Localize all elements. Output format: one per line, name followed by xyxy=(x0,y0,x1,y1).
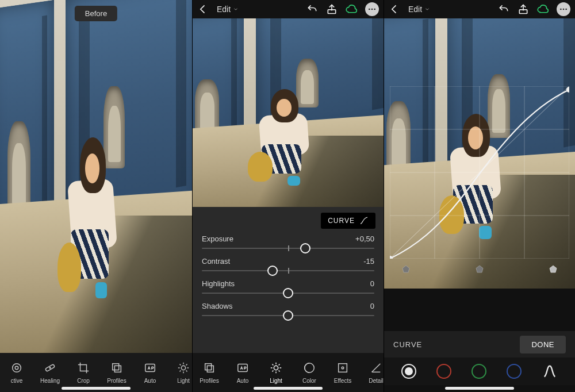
tool-crop[interactable]: Crop xyxy=(67,362,100,384)
slider-label: Contrast xyxy=(202,257,230,266)
curve-button-label: CURVE xyxy=(328,217,355,225)
svg-marker-40 xyxy=(550,266,557,272)
screen-before: Before ctiveHealingCropProfilesAutoLight… xyxy=(0,0,192,392)
channel-parametric[interactable] xyxy=(542,363,558,379)
channel-blue[interactable] xyxy=(507,364,522,379)
svg-rect-14 xyxy=(207,366,213,372)
svg-point-10 xyxy=(369,9,370,10)
svg-point-12 xyxy=(374,9,375,10)
svg-rect-4 xyxy=(113,363,119,370)
edit-menu[interactable]: Edit xyxy=(408,5,430,14)
svg-point-17 xyxy=(305,363,315,372)
screen-curve-editor: Edit xyxy=(384,0,575,392)
back-icon[interactable] xyxy=(389,3,400,15)
slider-value: -15 xyxy=(363,257,374,266)
tool-label: Detail xyxy=(369,378,384,384)
tool-label: Auto xyxy=(237,378,249,384)
cloud-sync-icon[interactable] xyxy=(537,3,549,15)
slider-highlights[interactable]: Highlights0 xyxy=(202,279,374,294)
tool-label: Color xyxy=(302,378,316,384)
slider-label: Highlights xyxy=(202,279,235,288)
tool-effects[interactable]: Effects xyxy=(326,362,359,384)
photo-preview[interactable] xyxy=(193,18,384,207)
slider-track[interactable] xyxy=(202,248,374,249)
curve-label: CURVE xyxy=(393,340,422,349)
curve-footer: CURVE DONE xyxy=(384,331,575,358)
tool-healing[interactable]: Healing xyxy=(33,362,67,384)
slider-label: Exposure xyxy=(202,235,233,243)
channel-green[interactable] xyxy=(471,364,486,379)
slider-label: Shadows xyxy=(202,302,232,310)
tool-profiles[interactable]: Profiles xyxy=(193,362,226,384)
slider-contrast[interactable]: Contrast-15 xyxy=(202,257,374,271)
curve-zone-handles[interactable] xyxy=(390,264,569,282)
tool-auto[interactable]: Auto xyxy=(133,362,167,384)
tool-auto[interactable]: Auto xyxy=(226,362,259,384)
home-indicator xyxy=(62,387,131,390)
tool-selective[interactable]: ctive xyxy=(0,362,33,384)
top-bar: Edit xyxy=(193,0,384,18)
home-indicator xyxy=(254,387,323,390)
slider-value: +0,50 xyxy=(355,235,374,243)
tool-label: Light xyxy=(270,378,282,384)
tool-light[interactable]: Light xyxy=(167,362,192,384)
tool-label: Auto xyxy=(144,378,156,384)
tool-label: Profiles xyxy=(107,378,126,384)
svg-point-23 xyxy=(563,9,565,10)
slider-exposure[interactable]: Exposure+0,50 xyxy=(202,235,374,249)
tool-label: Light xyxy=(177,378,190,384)
share-icon[interactable] xyxy=(518,3,529,15)
svg-marker-39 xyxy=(476,266,483,272)
channel-red[interactable] xyxy=(436,364,451,379)
edit-menu[interactable]: Edit xyxy=(217,5,239,14)
more-icon[interactable] xyxy=(557,2,570,16)
tool-label: ctive xyxy=(11,378,23,384)
edit-label: Edit xyxy=(408,5,422,14)
svg-point-7 xyxy=(181,366,185,370)
tool-label: Crop xyxy=(77,378,90,384)
slider-shadows[interactable]: Shadows0 xyxy=(202,302,374,316)
tool-label: Effects xyxy=(334,378,351,384)
done-button[interactable]: DONE xyxy=(520,336,566,353)
svg-point-0 xyxy=(13,363,21,372)
photo-preview[interactable] xyxy=(384,18,575,289)
slider-track[interactable] xyxy=(202,315,374,316)
tool-label: Profiles xyxy=(200,378,218,384)
slider-value: 0 xyxy=(370,302,374,310)
screen-light-panel: Edit CURVE Expos xyxy=(192,0,384,392)
undo-icon[interactable] xyxy=(498,3,509,15)
tool-profiles[interactable]: Profiles xyxy=(100,362,133,384)
svg-rect-18 xyxy=(339,363,347,372)
svg-point-22 xyxy=(560,9,562,10)
slider-value: 0 xyxy=(370,279,374,288)
more-icon[interactable] xyxy=(365,2,379,16)
svg-point-16 xyxy=(274,366,278,370)
curve-button[interactable]: CURVE xyxy=(321,213,375,229)
svg-rect-2 xyxy=(45,364,55,371)
curve-channel-picker xyxy=(384,358,575,385)
home-indicator xyxy=(445,387,514,390)
svg-point-1 xyxy=(15,366,18,370)
tool-detail[interactable]: Detail xyxy=(359,362,384,384)
slider-track[interactable] xyxy=(202,293,374,294)
svg-rect-5 xyxy=(114,366,121,372)
cloud-sync-icon[interactable] xyxy=(346,3,357,15)
tool-light[interactable]: Light xyxy=(259,362,293,384)
tool-color[interactable]: Color xyxy=(293,362,326,384)
bottom-toolbar: ctiveHealingCropProfilesAutoLightColor xyxy=(0,353,192,392)
undo-icon[interactable] xyxy=(306,3,318,15)
tool-label: Healing xyxy=(40,378,60,384)
svg-point-3 xyxy=(49,367,51,368)
svg-marker-38 xyxy=(402,266,409,272)
svg-rect-13 xyxy=(205,363,212,370)
edit-label: Edit xyxy=(217,5,231,14)
svg-point-19 xyxy=(342,367,344,369)
svg-point-24 xyxy=(565,9,567,10)
top-bar: Edit xyxy=(384,0,575,18)
back-icon[interactable] xyxy=(197,3,209,15)
photo-preview xyxy=(0,0,192,392)
channel-luminance[interactable] xyxy=(401,364,416,379)
share-icon[interactable] xyxy=(326,3,338,15)
slider-track[interactable] xyxy=(202,270,374,271)
svg-point-11 xyxy=(371,9,373,10)
